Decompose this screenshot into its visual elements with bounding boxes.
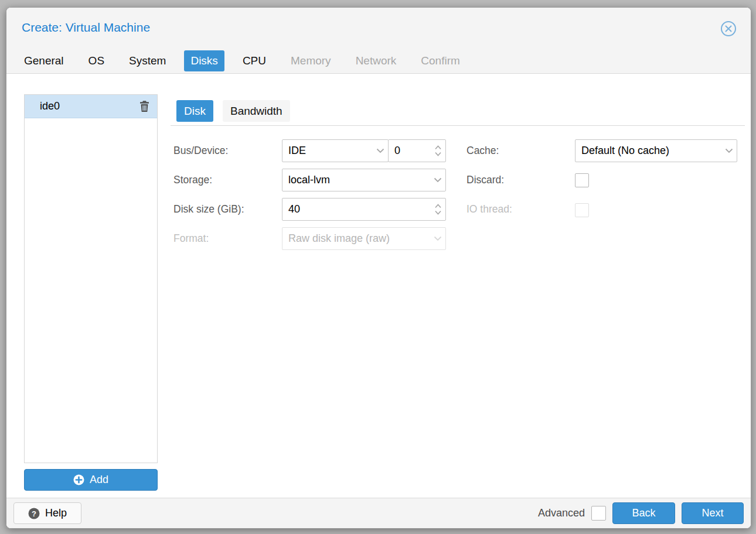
cache-combobox[interactable] — [575, 139, 737, 162]
disk-list-panel: ide0 — [24, 94, 158, 463]
dialog-header: Create: Virtual Machine General OS Syste… — [6, 8, 751, 74]
dialog-title: Create: Virtual Machine — [22, 20, 150, 35]
svg-text:?: ? — [32, 509, 36, 518]
advanced-checkbox[interactable] — [591, 506, 606, 521]
format-combobox-input — [282, 232, 430, 245]
tab-system[interactable]: System — [129, 54, 166, 67]
storage-label: Storage: — [173, 169, 212, 191]
help-button-label: Help — [45, 507, 67, 519]
create-vm-dialog: Create: Virtual Machine General OS Syste… — [6, 7, 751, 529]
chevron-down-icon — [430, 236, 445, 241]
wizard-tabs: General OS System Disks CPU Memory Netwo… — [24, 54, 460, 67]
chevron-down-icon[interactable] — [430, 177, 445, 183]
help-button[interactable]: ? Help — [13, 502, 81, 524]
discard-label: Discard: — [466, 169, 504, 191]
tab-network: Network — [356, 54, 397, 67]
format-combobox — [282, 227, 446, 250]
disk-subtabs: Disk Bandwidth — [176, 100, 290, 122]
chevron-down-icon[interactable] — [373, 148, 388, 153]
next-button-label: Next — [701, 507, 723, 519]
back-button[interactable]: Back — [612, 502, 675, 524]
tab-disks[interactable]: Disks — [184, 50, 224, 71]
spinner-up-down-icon[interactable] — [430, 145, 445, 157]
spinner-up-down-icon[interactable] — [430, 203, 445, 215]
question-circle-icon: ? — [28, 508, 40, 519]
io-thread-label: IO thread: — [466, 198, 512, 221]
back-button-label: Back — [632, 507, 655, 519]
cache-combobox-input[interactable] — [575, 145, 721, 157]
subtab-disk[interactable]: Disk — [176, 100, 213, 122]
device-number-spinner[interactable] — [388, 139, 446, 162]
advanced-label: Advanced — [538, 507, 585, 519]
disk-size-label: Disk size (GiB): — [173, 198, 244, 221]
disk-item-label: ide0 — [40, 100, 60, 112]
trash-icon[interactable] — [139, 100, 150, 112]
tab-memory: Memory — [291, 54, 331, 67]
dialog-footer: ? Help Advanced Back Next — [6, 498, 751, 528]
next-button[interactable]: Next — [682, 502, 744, 524]
bus-combobox[interactable] — [282, 139, 389, 162]
tab-confirm: Confirm — [421, 54, 460, 67]
disk-size-input[interactable] — [282, 203, 430, 215]
disk-size-spinner[interactable] — [282, 198, 446, 221]
chevron-down-icon[interactable] — [721, 148, 737, 153]
add-button-label: Add — [90, 474, 108, 486]
tab-os[interactable]: OS — [88, 54, 104, 67]
tab-general[interactable]: General — [24, 54, 64, 67]
list-item-ide0[interactable]: ide0 — [25, 95, 157, 118]
subtab-divider — [171, 125, 745, 126]
device-number-input[interactable] — [389, 145, 430, 157]
add-disk-button[interactable]: Add — [24, 469, 158, 491]
close-icon[interactable] — [720, 20, 737, 37]
bus-combobox-input[interactable] — [282, 145, 373, 157]
footer-actions: Advanced Back Next — [538, 502, 744, 524]
format-label: Format: — [173, 227, 209, 250]
cache-label: Cache: — [466, 139, 499, 162]
io-thread-checkbox — [575, 203, 589, 217]
discard-checkbox[interactable] — [575, 173, 589, 187]
tab-cpu[interactable]: CPU — [243, 54, 266, 67]
bus-device-label: Bus/Device: — [173, 139, 228, 162]
subtab-bandwidth[interactable]: Bandwidth — [223, 100, 290, 122]
storage-combobox[interactable] — [282, 169, 446, 191]
storage-combobox-input[interactable] — [282, 174, 430, 186]
plus-circle-icon — [73, 474, 84, 485]
